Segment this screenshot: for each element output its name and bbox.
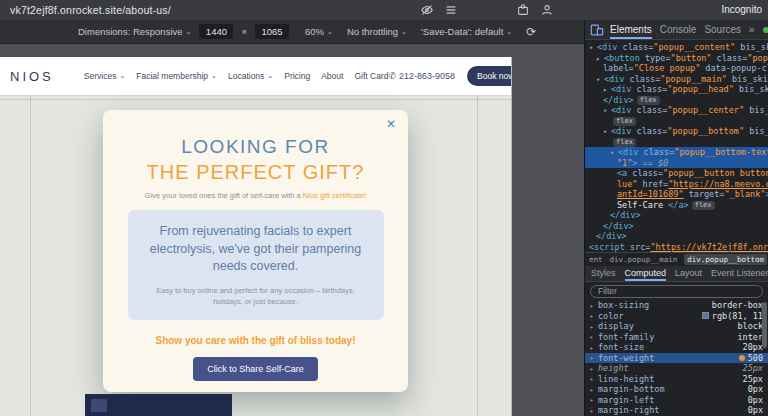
scrollbar-thumb[interactable] bbox=[762, 302, 767, 348]
profile-icon[interactable] bbox=[540, 3, 554, 17]
code-segment: class= bbox=[631, 126, 667, 136]
site-logo[interactable]: NIOS bbox=[10, 69, 54, 84]
dom-tree-node[interactable]: flex bbox=[585, 116, 768, 127]
emulation-region: Dimensions: Responsive⌄ 1440 × 1065 60%⌄… bbox=[0, 20, 584, 416]
tab-event-listeners[interactable]: Event Listeners bbox=[711, 266, 768, 281]
code-segment: class= bbox=[617, 42, 653, 52]
code-segment: label= bbox=[603, 63, 634, 73]
dom-tree-node[interactable]: label="Close popup" data-popup-close bbox=[585, 63, 768, 74]
close-icon[interactable]: ✕ bbox=[386, 118, 396, 130]
dom-tree-node[interactable]: <a class="popup__button button b bbox=[585, 168, 768, 179]
rotate-device-icon[interactable]: ⟳ bbox=[526, 25, 536, 39]
site-header: NIOS Services⌄Facial membership⌄Location… bbox=[0, 57, 512, 95]
viewport-width-input[interactable]: 1440 bbox=[199, 24, 233, 39]
code-segment: </div> bbox=[596, 231, 627, 241]
computed-property-value: 25px bbox=[743, 374, 763, 384]
device-toolbar-icon[interactable] bbox=[590, 23, 602, 36]
computed-property-row[interactable]: ▸margin-bottom0px bbox=[585, 384, 768, 395]
viewport-height-input[interactable]: 1065 bbox=[255, 24, 289, 39]
tab-computed[interactable]: Computed bbox=[625, 266, 667, 281]
dom-tree-node[interactable]: ▾<div class="popup__main" bis_skin_ch bbox=[585, 74, 768, 85]
devtools-tab-bar: ElementsConsoleSources » ⋮ ✕ bbox=[585, 20, 768, 40]
address-bar[interactable]: vk7t2ejf8f.onrocket.site/about-us/ bbox=[10, 0, 171, 20]
nav-item-about[interactable]: About bbox=[321, 71, 343, 81]
computed-property-row[interactable]: ▸font-size20px bbox=[585, 342, 768, 353]
code-segment: "button" bbox=[671, 53, 712, 63]
computed-property-row[interactable]: ▸margin-left0px bbox=[585, 395, 768, 406]
nav-item-facial-membership[interactable]: Facial membership⌄ bbox=[136, 71, 217, 81]
nav-item-gift-card[interactable]: Gift Card bbox=[354, 71, 388, 81]
computed-property-row[interactable]: ▸font-weight500 bbox=[585, 353, 768, 364]
eye-off-icon[interactable] bbox=[420, 3, 434, 17]
computed-property-name: display bbox=[598, 321, 634, 331]
computed-property-row[interactable]: ▸displayblock bbox=[585, 321, 768, 332]
dom-tree-node[interactable]: ▾<div class="popup__bottom-text" b bbox=[585, 147, 768, 158]
computed-property-row[interactable]: ▸line-height25px bbox=[585, 374, 768, 385]
dom-tree-node[interactable]: </div> bbox=[585, 221, 768, 232]
puzzle-icon[interactable] bbox=[516, 3, 530, 17]
code-segment: "1" bbox=[617, 158, 632, 168]
tab-sources[interactable]: Sources bbox=[704, 20, 741, 39]
tab-styles[interactable]: Styles bbox=[591, 266, 616, 281]
dom-tree-node[interactable]: flex bbox=[585, 137, 768, 148]
dom-tree-node[interactable]: <script src="https://vk7t2ejf8f.onrocket bbox=[585, 242, 768, 253]
computed-property-row[interactable]: ▸colorrgb(81, 11 bbox=[585, 311, 768, 322]
nav-item-locations[interactable]: Locations⌄ bbox=[228, 71, 273, 81]
dom-tree-node[interactable]: antId=101689" target="_blank"> C bbox=[585, 189, 768, 200]
tab-layout[interactable]: Layout bbox=[675, 266, 702, 281]
code-segment: <div bbox=[597, 42, 617, 52]
tab-console[interactable]: Console bbox=[660, 20, 697, 39]
computed-property-name: margin-left bbox=[598, 395, 654, 405]
dom-tree-node[interactable]: "1"> == $0 bbox=[585, 158, 768, 169]
phone-link[interactable]: ✆212-863-9058 bbox=[388, 71, 455, 81]
computed-property-value: 500 bbox=[739, 353, 763, 363]
extension-icon[interactable] bbox=[468, 3, 482, 17]
code-segment: "Close popup" bbox=[634, 63, 701, 73]
tab-elements[interactable]: Elements bbox=[610, 20, 652, 39]
code-segment: href= bbox=[637, 179, 668, 189]
breadcrumb-item[interactable]: div.popup__main bbox=[610, 255, 678, 264]
dom-tree-node[interactable]: ▸<button type="button" class="popup_ bbox=[585, 53, 768, 64]
chrome-icon-cluster bbox=[420, 3, 554, 17]
nav-item-services[interactable]: Services⌄ bbox=[84, 71, 125, 81]
throttling-dropdown[interactable]: No throttling⌄ bbox=[347, 26, 407, 37]
filter-input[interactable]: Filter bbox=[590, 285, 763, 298]
book-now-button[interactable]: Book now⌄ bbox=[467, 66, 512, 86]
zoom-dropdown[interactable]: 60%⌄ bbox=[305, 26, 333, 37]
dom-tree-node[interactable]: </div> bbox=[585, 231, 768, 242]
code-segment: "popup__center" bbox=[667, 105, 744, 115]
more-tabs-icon[interactable]: » bbox=[749, 24, 755, 35]
dom-tree-node[interactable]: lue" href="https://na8.meevo.com bbox=[585, 179, 768, 190]
dom-tree-node[interactable]: </div>flex bbox=[585, 95, 768, 106]
code-segment: <div bbox=[604, 74, 624, 84]
breadcrumb-item[interactable]: ent bbox=[589, 255, 603, 264]
computed-filter-row: Filter bbox=[585, 282, 768, 300]
computed-property-name: margin-right bbox=[598, 405, 659, 415]
code-segment: "popup__bottom-text" bbox=[674, 147, 768, 157]
dom-tree-node[interactable]: Self-Care </a>flex bbox=[585, 200, 768, 211]
dom-tree-node[interactable]: </div> bbox=[585, 210, 768, 221]
nav-item-pricing[interactable]: Pricing bbox=[284, 71, 310, 81]
save-data-dropdown[interactable]: 'Save-Data': default⌄ bbox=[421, 26, 512, 37]
dimensions-dropdown[interactable]: Dimensions: Responsive⌄ bbox=[78, 26, 191, 37]
breadcrumb-item[interactable]: div.popup__bottom bbox=[684, 254, 767, 265]
browser-window: vk7t2ejf8f.onrocket.site/about-us/ bbox=[0, 0, 768, 416]
extension-pink-icon[interactable] bbox=[492, 3, 506, 17]
computed-property-row[interactable]: ▸margin-right0px bbox=[585, 405, 768, 416]
code-segment: antId=101689" bbox=[617, 189, 684, 199]
computed-property-row[interactable]: ▸box-sizingborder-box bbox=[585, 300, 768, 311]
dom-tree-node[interactable]: ▾<div class="popup__bottom" bis_ski bbox=[585, 126, 768, 137]
computed-property-row[interactable]: ▸height25px bbox=[585, 363, 768, 374]
dom-tree-node[interactable]: ▾<div class="popup__content" bis_ski bbox=[585, 42, 768, 53]
dom-tree-node[interactable]: ▾<div class="popup__center" bis_sk bbox=[585, 105, 768, 116]
share-self-care-button[interactable]: Click to Share Self-Care bbox=[193, 357, 318, 381]
code-segment: ▾ bbox=[603, 106, 611, 117]
list-icon[interactable] bbox=[444, 3, 458, 17]
chevron-right-icon: ▸ bbox=[590, 302, 598, 309]
modal-cta-text: Show you care with the gift of bliss tod… bbox=[103, 335, 408, 346]
dom-tree-node[interactable]: ▸<div class="popup__head" bis_skin bbox=[585, 84, 768, 95]
code-segment: "popup__head" bbox=[667, 84, 734, 94]
modal-subtitle: Give your loved ones the gift of self-ca… bbox=[103, 191, 408, 200]
computed-property-row[interactable]: ▸font-familyinter bbox=[585, 332, 768, 343]
code-segment: "https://na8.meevo.com bbox=[668, 179, 768, 189]
